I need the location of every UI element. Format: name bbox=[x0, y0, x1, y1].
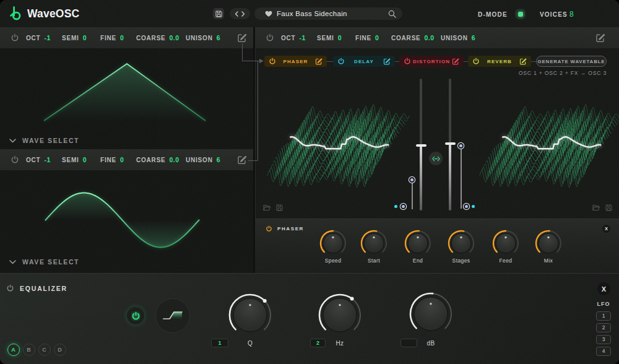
osc-param-oct[interactable]: OCT-1 bbox=[281, 27, 306, 48]
osc-power-button[interactable] bbox=[11, 155, 19, 164]
eq-preset-b[interactable]: B bbox=[23, 344, 35, 356]
filter-shape-button[interactable] bbox=[155, 298, 190, 333]
fx-power-icon[interactable] bbox=[269, 58, 276, 65]
phaser-knob-feed[interactable]: Feed bbox=[490, 227, 522, 264]
param-value[interactable]: 0 bbox=[375, 34, 379, 41]
fx-edit-wrap[interactable] bbox=[315, 58, 322, 65]
param-value[interactable]: 0 bbox=[120, 34, 124, 41]
mod-slider-right-handle[interactable] bbox=[458, 143, 464, 149]
fx-edit-icon[interactable] bbox=[383, 58, 391, 65]
param-value[interactable]: 0 bbox=[83, 34, 87, 41]
osc-param-unison[interactable]: UNISON6 bbox=[186, 149, 220, 170]
open-folder-icon[interactable] bbox=[592, 204, 600, 211]
power-icon[interactable] bbox=[11, 155, 19, 164]
fx-edit-icon[interactable] bbox=[315, 58, 322, 65]
osc2-wave-select[interactable]: WAVE SELECT bbox=[9, 258, 79, 266]
search-icon[interactable] bbox=[388, 10, 396, 18]
next-preset-icon[interactable] bbox=[241, 11, 245, 17]
edit-icon[interactable] bbox=[595, 33, 605, 43]
mod-slider-left-line[interactable] bbox=[412, 182, 413, 209]
power-icon[interactable] bbox=[6, 284, 14, 292]
fx-power-wrap[interactable] bbox=[472, 58, 480, 65]
eq-preset-c[interactable]: C bbox=[38, 344, 51, 356]
osc-param-oct[interactable]: OCT-1 bbox=[26, 27, 51, 48]
param-value[interactable]: 0.0 bbox=[170, 156, 180, 163]
param-value[interactable]: 0 bbox=[338, 34, 342, 41]
fx-block-phaser[interactable]: PHASER bbox=[264, 56, 327, 67]
phaser-close-button[interactable]: X bbox=[602, 225, 610, 233]
link-sliders-button[interactable] bbox=[429, 152, 443, 165]
osc-edit-button[interactable] bbox=[237, 33, 247, 43]
fx-power-icon[interactable] bbox=[337, 58, 345, 65]
preset-browser[interactable]: Faux Bass Sidechain bbox=[254, 7, 402, 20]
osc-power-button[interactable] bbox=[11, 33, 19, 42]
osc1-wave-select[interactable]: WAVE SELECT bbox=[9, 137, 79, 144]
eq-preset-d[interactable]: D bbox=[54, 344, 66, 356]
fx-power-wrap[interactable] bbox=[337, 58, 345, 65]
eq-knob-hz[interactable] bbox=[316, 291, 364, 339]
fx-edit-wrap[interactable] bbox=[383, 58, 391, 65]
param-value[interactable]: 6 bbox=[217, 34, 220, 41]
osc-param-semi[interactable]: SEMI0 bbox=[62, 149, 87, 170]
fx-block-reverb[interactable]: REVERB bbox=[468, 56, 531, 67]
fx-edit-wrap[interactable] bbox=[519, 58, 527, 65]
osc-param-fine[interactable]: FINE0 bbox=[355, 27, 379, 48]
osc1-wave-display[interactable]: WAVE SELECT bbox=[0, 48, 253, 149]
osc2-wave-display[interactable]: WAVE SELECT bbox=[0, 170, 253, 273]
lfo-button-4[interactable]: 4 bbox=[596, 347, 611, 356]
power-icon[interactable] bbox=[11, 33, 19, 42]
power-icon[interactable] bbox=[266, 33, 274, 42]
param-value[interactable]: 0 bbox=[83, 156, 87, 163]
osc-power-button[interactable] bbox=[266, 33, 274, 42]
eq-knob-q[interactable] bbox=[226, 291, 274, 339]
lfo-button-2[interactable]: 2 bbox=[596, 323, 611, 332]
fx-edit-icon[interactable] bbox=[452, 58, 459, 65]
lfo-button-1[interactable]: 1 bbox=[596, 311, 611, 321]
voices-value[interactable]: 8 bbox=[569, 10, 574, 19]
osc-edit-button[interactable] bbox=[595, 33, 605, 43]
power-icon[interactable] bbox=[266, 225, 272, 232]
param-value[interactable]: -1 bbox=[300, 34, 306, 41]
open-folder-icon[interactable] bbox=[263, 204, 271, 211]
fx-block-delay[interactable]: DELAY bbox=[333, 56, 395, 67]
param-value[interactable]: 6 bbox=[472, 34, 475, 41]
equalizer-close-button[interactable]: X bbox=[597, 282, 610, 295]
morph-slider-right-handle[interactable] bbox=[445, 142, 456, 145]
equalizer-power-button[interactable] bbox=[127, 307, 144, 324]
edit-icon[interactable] bbox=[237, 33, 247, 43]
dmode-toggle[interactable] bbox=[516, 9, 525, 19]
fx-power-icon[interactable] bbox=[404, 58, 411, 65]
eq-knob-db[interactable] bbox=[407, 290, 455, 338]
edit-icon[interactable] bbox=[237, 155, 247, 165]
param-value[interactable]: -1 bbox=[45, 34, 51, 41]
eq-preset-a[interactable]: A bbox=[7, 344, 20, 356]
lfo-button-3[interactable]: 3 bbox=[596, 335, 611, 344]
mini-handle-left[interactable] bbox=[400, 204, 406, 209]
mod-slider-left-handle[interactable] bbox=[409, 177, 415, 183]
phaser-knob-start[interactable]: Start bbox=[358, 227, 390, 264]
phaser-knob-stages[interactable]: Stages bbox=[445, 227, 477, 264]
fx-power-wrap[interactable] bbox=[269, 58, 276, 65]
param-value[interactable]: 6 bbox=[217, 156, 220, 163]
osc-param-unison[interactable]: UNISON6 bbox=[186, 27, 220, 48]
fx-power-icon[interactable] bbox=[472, 58, 480, 65]
eq-value-box-q[interactable]: 1 bbox=[211, 339, 228, 347]
phaser-knob-mix[interactable]: Mix bbox=[532, 227, 565, 264]
param-value[interactable]: 0.0 bbox=[425, 34, 435, 41]
eq-value-box-db[interactable] bbox=[400, 339, 417, 347]
eq-value-box-hz[interactable]: 2 bbox=[310, 339, 326, 347]
mini-handle-right[interactable] bbox=[464, 204, 469, 209]
save-wavetable-icon[interactable] bbox=[605, 204, 612, 211]
osc-param-fine[interactable]: FINE0 bbox=[100, 149, 124, 170]
phaser-knob-speed[interactable]: Speed bbox=[317, 227, 349, 264]
favorite-heart-icon[interactable] bbox=[265, 11, 272, 17]
osc-param-semi[interactable]: SEMI0 bbox=[62, 27, 87, 48]
fx-edit-wrap[interactable] bbox=[452, 58, 459, 65]
osc-param-coarse[interactable]: COARSE0.0 bbox=[391, 27, 434, 48]
save-preset-button[interactable] bbox=[213, 8, 224, 19]
param-value[interactable]: -1 bbox=[45, 156, 51, 163]
param-value[interactable]: 0 bbox=[120, 156, 124, 163]
osc-edit-button[interactable] bbox=[237, 155, 247, 165]
fx-block-distortion[interactable]: DISTORTION bbox=[399, 56, 464, 67]
osc-param-coarse[interactable]: COARSE0.0 bbox=[136, 149, 179, 170]
